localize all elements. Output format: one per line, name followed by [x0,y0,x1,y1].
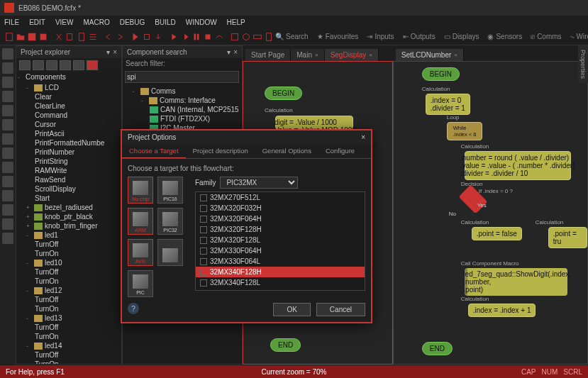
saveall-button[interactable] [38,30,48,43]
close-icon[interactable]: × [113,48,117,56]
device-item[interactable]: 32MX340F256H [196,288,365,291]
search-filter-input[interactable] [125,71,239,83]
close-icon[interactable]: × [369,52,372,58]
tree-item[interactable]: TurnOn [16,360,121,364]
dialog-tab-general[interactable]: General Options [255,144,318,158]
tree-item[interactable]: FTDI (FTD2XX) [123,114,242,123]
device-item[interactable]: 32MX330F064H [196,245,365,256]
stepover-button[interactable] [214,30,224,43]
tree-item[interactable]: TurnOff [16,267,121,277]
tree-item[interactable]: TurnOff [16,295,121,304]
flow-calc[interactable]: .index = 0 .divider = 1 [426,94,470,115]
pin-icon[interactable]: ▾ [227,48,231,56]
flow-macro[interactable]: led_7seg_quad::ShowDigit(.index, .number… [465,268,567,296]
pe-tab-3[interactable] [46,60,57,70]
tree-item[interactable]: -led12 [16,286,121,295]
flow-calc[interactable]: .number = round ( .value / .divider) .va… [465,151,571,180]
fav-favourites[interactable]: ★Favourites [317,33,359,40]
tree-item[interactable]: Cursor [16,120,121,129]
chip-option[interactable]: PIC [128,270,153,297]
tree-item[interactable]: ScrollDisplay [16,184,121,194]
dialog-tab-configure[interactable]: Configure [318,144,362,158]
list-button[interactable] [88,30,98,43]
tree-item[interactable]: -led13 [16,313,121,323]
vtool-g[interactable] [2,148,13,159]
tool-a[interactable] [230,30,240,43]
tab-segdisplay[interactable]: SegDisplay× [325,49,379,61]
tree-item[interactable]: +knob_trim_finger [16,221,121,230]
tree-item[interactable]: TurnOn [16,249,121,258]
tree-root[interactable]: -Components [16,72,121,82]
tree-item[interactable]: PrintAscii [16,129,121,138]
vtool-c[interactable] [2,91,13,102]
tree-item[interactable]: PrintFormattedNumbe [16,138,121,148]
menu-debug[interactable]: DEBUG [120,18,145,26]
vtool-j[interactable] [2,190,13,201]
menu-build[interactable]: BUILD [155,18,175,26]
menu-edit[interactable]: EDIT [29,18,45,26]
chip-option[interactable]: ARM [128,208,153,235]
flow-end[interactable]: END [422,342,453,355]
close-icon[interactable]: × [454,52,457,58]
tree-item[interactable]: -LCD [16,83,121,92]
dialog-tab-description[interactable]: Project description [186,144,255,158]
vtool-a[interactable] [2,62,13,74]
tree-item[interactable]: Clear [16,92,121,101]
flow-end[interactable]: END [270,338,301,352]
vtool-cursor[interactable] [2,48,13,60]
fav-displays[interactable]: ▭Displays [444,33,479,40]
vtool-i[interactable] [2,176,13,187]
device-item[interactable]: 32MX320F064H [196,213,365,224]
fav-search[interactable]: 🔍Search [275,33,309,40]
pe-tab-5[interactable] [73,60,84,70]
device-list[interactable]: 32MX270F512L32MX320F032H32MX320F064H32MX… [195,191,365,291]
flowchart-canvas-right[interactable]: BEGIN Calculation .index = 0 .divider = … [393,61,588,365]
tree-item[interactable]: -Comms: Interface [123,96,242,105]
device-item[interactable]: 32MX320F128H [196,224,365,235]
menu-file[interactable]: FILE [4,18,19,26]
tree-item[interactable]: +knob_ptr_black [16,212,121,221]
flow-begin[interactable]: BEGIN [265,87,302,100]
flow-begin[interactable]: BEGIN [422,67,460,81]
tree-item[interactable]: -led14 [16,341,121,350]
undo-button[interactable] [104,30,113,43]
compile-button[interactable] [131,30,140,43]
chip-option[interactable]: PIC32 [157,208,183,235]
menu-window[interactable]: WINDOW [186,18,217,26]
tree-item[interactable]: TurnOff [16,350,121,360]
tree-item[interactable]: +bezel_radiused [16,203,121,212]
family-select[interactable]: PIC32MX [220,177,298,189]
device-item[interactable]: 32MX340F128L [196,277,365,288]
tab-main[interactable]: Main× [291,49,324,61]
vtool-h[interactable] [2,162,13,173]
tool-d[interactable] [264,30,274,43]
fav-outputs[interactable]: ⇤Outputs [403,33,436,40]
open-button[interactable] [16,30,26,43]
tab-startpage[interactable]: Start Page [245,49,291,61]
ok-button[interactable]: OK [273,303,310,316]
tree-item[interactable]: -led1 [16,230,121,240]
chip-option[interactable]: PIC16 [157,177,183,204]
device-item[interactable]: 32MX320F128L [196,235,365,245]
tree-item[interactable]: TurnOn [16,277,121,286]
fav-comms[interactable]: ⎚Comms [531,33,561,40]
menu-macro[interactable]: MACRO [83,18,109,26]
pause-button[interactable] [192,30,201,43]
flow-loop[interactable]: While .index < 8 [447,122,483,140]
tree-item[interactable]: -led10 [16,258,121,267]
chip-button[interactable] [142,30,152,43]
flow-calc[interactable]: .index = .index + 1 [468,304,536,317]
dialog-tab-target[interactable]: Choose a Target [122,144,186,158]
tree-item[interactable]: TurnOn [16,304,121,313]
chip-option[interactable]: No chip [128,177,153,204]
cut-button[interactable] [54,30,64,43]
close-icon[interactable]: × [315,52,318,58]
tool-b[interactable] [241,30,251,43]
copy-button[interactable] [65,30,75,43]
pe-tab-6[interactable] [87,60,98,70]
stop-button[interactable] [203,30,213,43]
tree-item[interactable]: TurnOn [16,332,121,341]
chip-option[interactable] [157,239,183,266]
tree-item[interactable]: CAN (Internal, MCP2515 [123,105,242,114]
vtool-b[interactable] [2,77,13,88]
